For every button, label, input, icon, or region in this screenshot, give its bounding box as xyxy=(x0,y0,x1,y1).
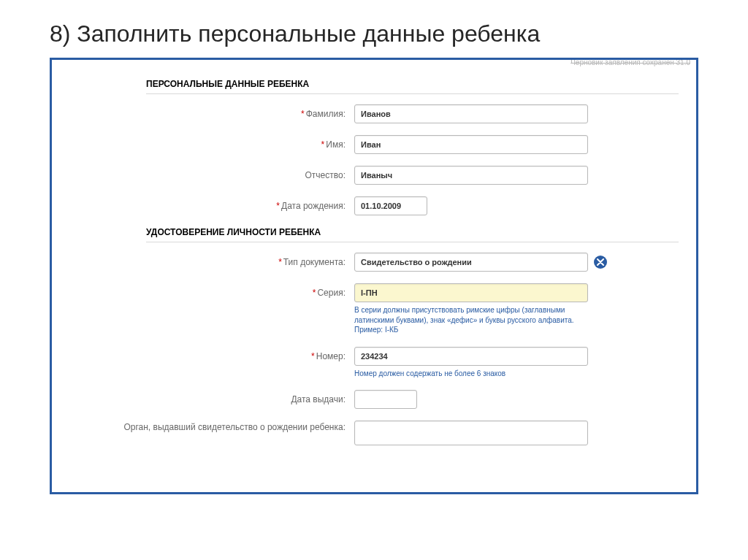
label-issuer: Орган, выдавший свидетельство о рождении… xyxy=(69,421,354,432)
issuer-input[interactable] xyxy=(354,421,588,445)
row-number: *Номер: Номер должен содержать не более … xyxy=(69,347,679,379)
row-series: *Серия: В серии должны присутствовать ри… xyxy=(69,283,679,335)
row-patronymic: Отчество: xyxy=(69,166,679,185)
name-input[interactable] xyxy=(354,135,588,154)
row-issuer: Орган, выдавший свидетельство о рождении… xyxy=(69,421,679,445)
label-number: *Номер: xyxy=(69,347,354,361)
number-input[interactable] xyxy=(354,347,588,366)
form-area: ПЕРСОНАЛЬНЫЕ ДАННЫЕ РЕБЕНКА *Фамилия: *И… xyxy=(52,60,696,445)
doctype-input[interactable] xyxy=(354,253,588,272)
label-series-text: Серия: xyxy=(317,288,346,298)
series-input[interactable] xyxy=(354,283,588,302)
label-name: *Имя: xyxy=(69,135,354,150)
label-number-text: Номер: xyxy=(316,351,346,361)
row-issue-date: Дата выдачи: xyxy=(69,390,679,409)
number-hint: Номер должен содержать не более 6 знаков xyxy=(354,369,588,379)
patronymic-input[interactable] xyxy=(354,166,588,185)
section-personal-header: ПЕРСОНАЛЬНЫЕ ДАННЫЕ РЕБЕНКА xyxy=(146,79,679,94)
label-patronymic-text: Отчество: xyxy=(305,170,346,180)
label-doctype-text: Тип документа: xyxy=(283,257,346,267)
label-doctype: *Тип документа: xyxy=(69,253,354,267)
label-issuer-text: Орган, выдавший свидетельство о рождении… xyxy=(123,422,346,432)
app-frame: Черновик заявления сохранен 31.0 ПЕРСОНА… xyxy=(50,58,698,494)
series-hint: В серии должны присутствовать римские ци… xyxy=(354,305,588,335)
row-name: *Имя: xyxy=(69,135,679,154)
label-series: *Серия: xyxy=(69,283,354,298)
label-issue-date-text: Дата выдачи: xyxy=(291,394,346,404)
label-birthdate-text: Дата рождения: xyxy=(281,201,346,211)
section-identity-header: УДОСТОВЕРЕНИЕ ЛИЧНОСТИ РЕБЕНКА xyxy=(146,227,679,242)
surname-input[interactable] xyxy=(354,104,588,123)
slide-title: 8) Заполнить персональные данные ребенка xyxy=(0,0,748,58)
label-surname: *Фамилия: xyxy=(69,104,354,119)
close-icon[interactable] xyxy=(594,256,607,269)
row-surname: *Фамилия: xyxy=(69,104,679,123)
label-patronymic: Отчество: xyxy=(69,166,354,180)
draft-status: Черновик заявления сохранен 31.0 xyxy=(570,58,690,66)
birthdate-input[interactable] xyxy=(354,196,427,215)
label-surname-text: Фамилия: xyxy=(306,109,346,119)
label-birthdate: *Дата рождения: xyxy=(69,196,354,211)
row-doctype: *Тип документа: xyxy=(69,253,679,272)
label-issue-date: Дата выдачи: xyxy=(69,390,354,404)
label-name-text: Имя: xyxy=(326,139,346,150)
issue-date-input[interactable] xyxy=(354,390,417,409)
row-birthdate: *Дата рождения: xyxy=(69,196,679,215)
